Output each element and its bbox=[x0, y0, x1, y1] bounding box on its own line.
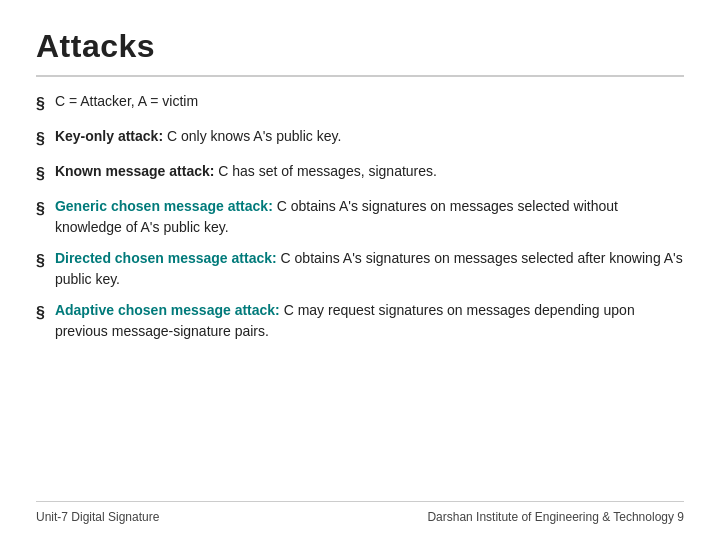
list-item: § C = Attacker, A = victim bbox=[36, 91, 684, 116]
bullet-symbol: § bbox=[36, 197, 45, 221]
list-item: § Directed chosen message attack: C obta… bbox=[36, 248, 684, 290]
bullet-1-text: C = Attacker, A = victim bbox=[55, 93, 198, 109]
bullet-5-label: Directed chosen message attack: bbox=[55, 250, 277, 266]
bullet-symbol: § bbox=[36, 92, 45, 116]
bullet-6-label: Adaptive chosen message attack: bbox=[55, 302, 280, 318]
list-item: § Known message attack: C has set of mes… bbox=[36, 161, 684, 186]
bullet-text: Directed chosen message attack: C obtain… bbox=[55, 248, 684, 290]
bullet-symbol: § bbox=[36, 162, 45, 186]
bullet-text: Known message attack: C has set of messa… bbox=[55, 161, 684, 182]
bullet-2-text: C only knows A's public key. bbox=[163, 128, 341, 144]
bullet-4-label: Generic chosen message attack: bbox=[55, 198, 273, 214]
slide-container: Attacks § C = Attacker, A = victim § Key… bbox=[0, 0, 720, 540]
bullet-3-label: Known message attack: bbox=[55, 163, 215, 179]
list-item: § Adaptive chosen message attack: C may … bbox=[36, 300, 684, 342]
footer-right: Darshan Institute of Engineering & Techn… bbox=[427, 510, 684, 524]
bullet-symbol: § bbox=[36, 301, 45, 325]
bullet-2-label: Key-only attack: bbox=[55, 128, 163, 144]
footer-left: Unit-7 Digital Signature bbox=[36, 510, 159, 524]
bullet-3-text: C has set of messages, signatures. bbox=[214, 163, 437, 179]
title-divider bbox=[36, 75, 684, 77]
bullet-text: Adaptive chosen message attack: C may re… bbox=[55, 300, 684, 342]
slide-title: Attacks bbox=[36, 28, 684, 65]
bullet-symbol: § bbox=[36, 127, 45, 151]
bullet-text: Generic chosen message attack: C obtains… bbox=[55, 196, 684, 238]
bullet-text: Key-only attack: C only knows A's public… bbox=[55, 126, 684, 147]
footer: Unit-7 Digital Signature Darshan Institu… bbox=[36, 501, 684, 524]
bullet-symbol: § bbox=[36, 249, 45, 273]
list-item: § Key-only attack: C only knows A's publ… bbox=[36, 126, 684, 151]
bullet-text: C = Attacker, A = victim bbox=[55, 91, 684, 112]
list-item: § Generic chosen message attack: C obtai… bbox=[36, 196, 684, 238]
bullet-list: § C = Attacker, A = victim § Key-only at… bbox=[36, 91, 684, 494]
